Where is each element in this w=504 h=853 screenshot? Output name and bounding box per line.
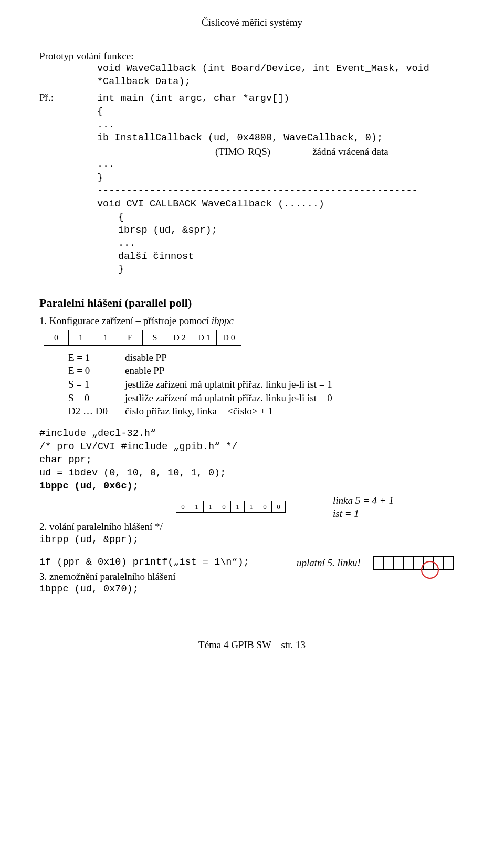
code-main-decl: int main (int argc, char *argv[]): [68, 92, 418, 106]
code-brace-open-2: {: [68, 211, 418, 224]
code-char-ppr: char ppr;: [39, 454, 465, 467]
code-include-gpib: /* pro LV/CVI #include „gpib.h“ */: [39, 441, 465, 454]
code-brace-close-2: }: [68, 263, 418, 276]
note-uplatni: uplatní 5. linku!: [291, 556, 373, 570]
mini-cell: [373, 556, 384, 570]
bit-cell: 1: [68, 330, 93, 346]
page-header: Číslicové měřicí systémy: [39, 16, 465, 29]
code-install-callback: ib InstallCallback (ud, 0x4800, WaveCall…: [68, 132, 418, 145]
eq-left: S = 0: [68, 391, 125, 405]
bit-table-2: 0 1 1 0 1 1 0 0: [176, 501, 286, 513]
parallel-poll-heading: Paralelní hlášení (parallel poll): [39, 295, 465, 311]
eq-left: E = 1: [68, 351, 125, 365]
code-brace-close-1: }: [68, 172, 418, 185]
bit-cell: 0: [271, 501, 286, 513]
bit-cell: D 2: [167, 330, 192, 346]
proto-line-1: void WaveCallback (int Board/Device, int…: [39, 63, 465, 76]
note-no-return-data: žádná vrácená data: [312, 145, 388, 159]
note-linka: linka 5 = 4 + 1: [333, 494, 394, 507]
code-ellipsis-2: ...: [68, 159, 418, 172]
code-brace-open-1: {: [68, 106, 418, 119]
bit-cell: D 0: [216, 330, 242, 346]
eq-right: disable PP: [125, 351, 167, 365]
eq-right: jestliže zařízení má uplatnit přiřaz. li…: [125, 391, 332, 405]
code-include-decl32: #include „decl-32.h“: [39, 428, 465, 441]
code-callback-decl: void CVI CALLBACK WaveCallback (......): [68, 198, 418, 211]
eq-right: číslo přiřaz linky, linka = <číslo> + 1: [125, 404, 273, 418]
code-further-action: další činnost: [68, 251, 418, 264]
bit-cell: 1: [190, 501, 204, 513]
bit-cell: 1: [203, 501, 217, 513]
prototype-label: Prototyp volání funkce:: [39, 49, 465, 63]
bit-cell: 0: [258, 501, 272, 513]
bit-cell: S: [142, 330, 167, 346]
note-timo: (TIMO: [215, 145, 244, 159]
bit-cell: 1: [244, 501, 258, 513]
code-ibppc-2: ibppc (ud, 0x70);: [39, 583, 465, 596]
red-circle-icon: [421, 561, 439, 579]
code-ellipsis-3: ...: [68, 237, 418, 251]
bit-table-1: 0 1 1 E S D 2 D 1 D 0: [44, 330, 465, 346]
page-footer: Téma 4 GPIB SW – str. 13: [39, 638, 465, 652]
eq-right: jestliže zařízení má uplatnit přiřaz. li…: [125, 378, 332, 391]
code-ibrsp: ibrsp (ud, &spr);: [68, 224, 418, 237]
step-1-text: 1. Konfigurace zařízení – přístroje pomo…: [39, 315, 212, 326]
code-ellipsis-1: ...: [68, 119, 418, 132]
example-label: Př.:: [39, 91, 68, 105]
proto-line-2: *Callback_Data);: [39, 76, 465, 89]
mini-cell: [393, 556, 404, 570]
eq-left: E = 0: [68, 364, 125, 378]
bit-cell: 0: [176, 501, 190, 513]
mini-cell: [443, 556, 454, 570]
code-ibppc-1: ibppc (ud, 0x6c);: [39, 480, 465, 493]
mini-cell: [403, 556, 414, 570]
mini-cell: [383, 556, 394, 570]
step-1-func: ibppc: [212, 315, 234, 326]
bit-cell: 1: [230, 501, 245, 513]
equation-table: E = 1disable PP E = 0enable PP S = 1jest…: [68, 351, 465, 418]
note-ist: ist = 1: [333, 507, 394, 521]
eq-right: enable PP: [125, 364, 164, 378]
pipe-icon: [246, 146, 246, 156]
step-3: 3. znemožnění paralelního hlášení: [39, 570, 465, 584]
eq-left: D2 … D0: [68, 404, 125, 418]
bit-cell: 0: [44, 330, 69, 346]
step-1: 1. Konfigurace zařízení – přístroje pomo…: [39, 314, 465, 328]
code-dashes: ----------------------------------------…: [68, 185, 418, 198]
bit-cell: D 1: [192, 330, 217, 346]
note-rqs: RQS): [248, 145, 270, 159]
code-ibrpp: ibrpp (ud, &ppr);: [39, 534, 465, 547]
bit-cell: 0: [217, 501, 231, 513]
code-ibdev: ud = ibdev (0, 10, 0, 10, 1, 0);: [39, 467, 465, 480]
bit-cell: 1: [93, 330, 118, 346]
step-2: 2. volání paralelního hlášení */: [39, 520, 465, 534]
code-if-ppr: if (ppr & 0x10) printf(„ist = 1\n“);: [39, 556, 291, 569]
bit-cell: E: [118, 330, 143, 346]
mini-bit-table: [373, 556, 454, 570]
eq-left: S = 1: [68, 378, 125, 391]
